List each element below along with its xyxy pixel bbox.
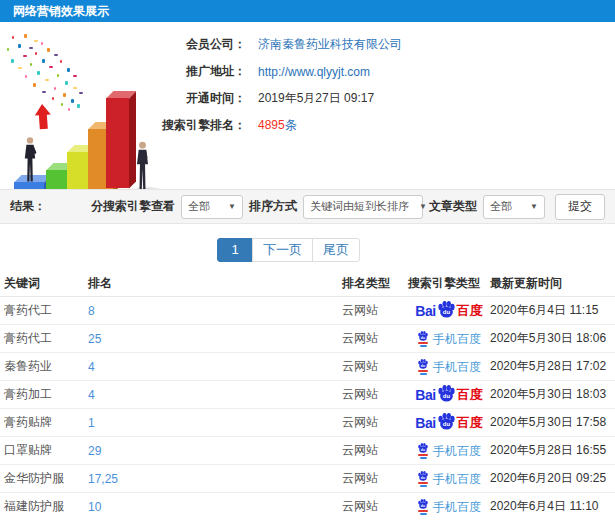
- rank-cell: 25: [88, 325, 342, 353]
- table-row[interactable]: 膏药代工 25 云网站 du 手机百度 2020年5月30日 18:06: [0, 325, 615, 353]
- rank-type-cell: 云网站: [342, 353, 408, 381]
- businessman-right: [134, 140, 151, 192]
- rank-count-unit: 条: [285, 118, 297, 132]
- engine-cell: du 手机百度: [408, 465, 490, 493]
- account-info: 会员公司： 济南秦鲁药业科技有限公司 推广地址： http://www.qlyy…: [140, 31, 610, 139]
- table-row[interactable]: 膏药贴牌 1 云网站 Bai du 百度 2020年5月30日 17:58: [0, 409, 615, 437]
- rank-count-label: 搜索引擎排名：: [140, 117, 246, 134]
- rank-type-cell: 云网站: [342, 325, 408, 353]
- engine-cell: Bai du 百度: [408, 297, 490, 325]
- baidu-logo: Bai du 百度: [415, 301, 482, 320]
- baidu-mobile-paw-icon: du: [417, 471, 429, 487]
- svg-text:du: du: [421, 364, 425, 368]
- updated-cell: 2020年6月4日 11:10: [490, 493, 615, 520]
- engine-filter-value: 全部: [188, 199, 210, 214]
- info-row-company: 会员公司： 济南秦鲁药业科技有限公司: [140, 31, 610, 58]
- engine-cell: du 手机百度: [408, 325, 490, 353]
- next-page-button[interactable]: 下一页: [252, 238, 313, 262]
- sort-select[interactable]: 关键词由短到长排序 ▼: [303, 195, 423, 219]
- svg-text:du: du: [443, 309, 451, 315]
- filter-bar: 结果： 分搜索引擎查看 全部 ▼ 排序方式 关键词由短到长排序 ▼ 文章类型 全…: [0, 189, 615, 224]
- caret-down-icon: ▼: [409, 202, 427, 211]
- baidu-paw-icon: du: [417, 359, 429, 369]
- businessman-left: [22, 136, 38, 184]
- keyword-cell: 膏药代工: [0, 297, 88, 325]
- info-row-opened: 开通时间： 2019年5月27日 09:17: [140, 85, 610, 112]
- updated-cell: 2020年5月28日 16:55: [490, 437, 615, 465]
- keyword-cell: 膏药贴牌: [0, 409, 88, 437]
- keyword-cell: 秦鲁药业: [0, 353, 88, 381]
- table-row[interactable]: 秦鲁药业 4 云网站 du 手机百度 2020年5月28日 17:02: [0, 353, 615, 381]
- page-title: 网络营销效果展示: [13, 4, 109, 18]
- column-header: 最新更新时间: [490, 270, 615, 297]
- keyword-cell: 福建防护服: [0, 493, 88, 520]
- table-row[interactable]: 膏药加工 4 云网站 Bai du 百度 2020年5月30日 18:03: [0, 381, 615, 409]
- baidu-mobile-logo: du 手机百度: [417, 331, 481, 347]
- article-type-select[interactable]: 全部 ▼: [483, 195, 545, 219]
- rank-type-cell: 云网站: [342, 409, 408, 437]
- caret-down-icon: ▼: [520, 202, 538, 211]
- baidu-mobile-paw-icon: du: [417, 443, 429, 459]
- keyword-cell: 口罩贴牌: [0, 437, 88, 465]
- table-row[interactable]: 福建防护服 10 云网站 du 手机百度 2020年6月4日 11:10: [0, 493, 615, 520]
- company-link[interactable]: 济南秦鲁药业科技有限公司: [258, 36, 402, 53]
- growth-arrow-icon: [34, 103, 52, 130]
- baidu-mobile-logo: du 手机百度: [417, 359, 481, 375]
- svg-text:du: du: [421, 336, 425, 340]
- rank-cell: 8: [88, 297, 342, 325]
- rank-count-number: 4895: [258, 118, 285, 132]
- svg-text:du: du: [421, 476, 425, 480]
- engine-cell: Bai du 百度: [408, 381, 490, 409]
- caret-down-icon: ▼: [218, 202, 236, 211]
- engine-cell: du 手机百度: [408, 353, 490, 381]
- updated-cell: 2020年6月4日 11:15: [490, 297, 615, 325]
- submit-button[interactable]: 提交: [555, 194, 605, 220]
- baidu-mobile-logo: du 手机百度: [417, 443, 481, 459]
- article-type-value: 全部: [490, 199, 512, 214]
- baidu-paw-icon: du: [417, 331, 429, 341]
- baidu-paw-icon: du: [417, 443, 429, 453]
- column-header: 关键词: [0, 270, 88, 297]
- updated-cell: 2020年6月20日 09:25: [490, 465, 615, 493]
- column-header: 搜索引擎类型: [408, 270, 490, 297]
- page-1-button[interactable]: 1: [217, 238, 253, 262]
- rank-type-cell: 云网站: [342, 493, 408, 520]
- rank-cell: 4: [88, 381, 342, 409]
- page-title-bar: 网络营销效果展示: [0, 0, 615, 22]
- baidu-logo: Bai du 百度: [415, 385, 482, 404]
- promo-url-label: 推广地址：: [140, 63, 246, 80]
- rank-cell: 1: [88, 409, 342, 437]
- company-label: 会员公司：: [140, 36, 246, 53]
- baidu-paw-icon: du: [417, 499, 429, 509]
- rank-cell: 17,25: [88, 465, 342, 493]
- rank-cell: 29: [88, 437, 342, 465]
- rank-type-cell: 云网站: [342, 297, 408, 325]
- updated-cell: 2020年5月30日 17:58: [490, 409, 615, 437]
- last-page-button[interactable]: 尾页: [312, 238, 360, 262]
- rank-count-value: 4895条: [258, 117, 297, 134]
- results-table: 关键词排名排名类型搜索引擎类型最新更新时间 膏药代工 8 云网站 Bai du …: [0, 270, 615, 520]
- updated-cell: 2020年5月28日 17:02: [490, 353, 615, 381]
- engine-filter-select[interactable]: 全部 ▼: [181, 195, 243, 219]
- table-row[interactable]: 金华防护服 17,25 云网站 du 手机百度 2020年6月20日 09:25: [0, 465, 615, 493]
- svg-text:du: du: [421, 448, 425, 452]
- svg-text:du: du: [421, 504, 425, 508]
- engine-cell: du 手机百度: [408, 437, 490, 465]
- promo-url-link[interactable]: http://www.qlyyjt.com: [258, 65, 370, 79]
- baidu-paw-icon: du: [437, 301, 456, 318]
- filter-controls: 分搜索引擎查看 全部 ▼ 排序方式 关键词由短到长排序 ▼ 文章类型 全部 ▼ …: [91, 194, 605, 220]
- rank-cell: 4: [88, 353, 342, 381]
- baidu-mobile-paw-icon: du: [417, 499, 429, 515]
- baidu-paw-icon: du: [417, 471, 429, 481]
- rank-type-cell: 云网站: [342, 465, 408, 493]
- table-row[interactable]: 膏药代工 8 云网站 Bai du 百度 2020年6月4日 11:15: [0, 297, 615, 325]
- sort-label: 排序方式: [249, 198, 297, 215]
- rank-type-cell: 云网站: [342, 437, 408, 465]
- table-row[interactable]: 口罩贴牌 29 云网站 du 手机百度 2020年5月28日 16:55: [0, 437, 615, 465]
- keyword-cell: 膏药代工: [0, 325, 88, 353]
- baidu-mobile-logo: du 手机百度: [417, 471, 481, 487]
- bar-red: [106, 98, 129, 188]
- baidu-mobile-logo: du 手机百度: [417, 499, 481, 515]
- page: 网络营销效果展示: [0, 0, 615, 520]
- table-header-row: 关键词排名排名类型搜索引擎类型最新更新时间: [0, 270, 615, 297]
